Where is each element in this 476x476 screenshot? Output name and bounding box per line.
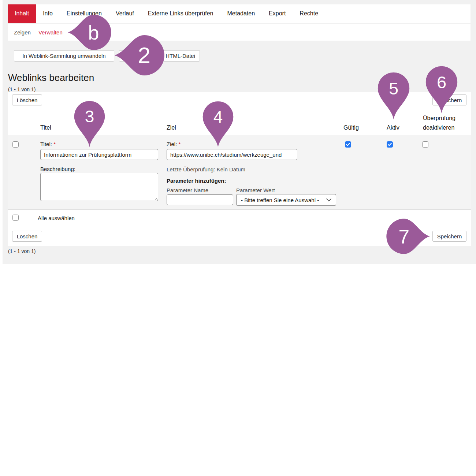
subtab-zeigen[interactable]: Zeigen — [14, 29, 31, 36]
tab-info[interactable]: Info — [36, 4, 60, 23]
select-all-checkbox[interactable] — [12, 215, 19, 221]
tab-export[interactable]: Export — [262, 4, 293, 23]
target-label: Ziel: * — [167, 141, 181, 147]
parameter-name-label: Parameter Name — [167, 187, 208, 193]
title-label-text: Titel: — [40, 141, 52, 147]
delete-button-top[interactable]: Löschen — [12, 94, 42, 105]
select-value: - Bitte treffen Sie eine Auswahl - — [241, 197, 319, 203]
row-divider — [8, 209, 471, 210]
parameter-value-label: Parameter Wert — [236, 187, 275, 193]
screen: Inhalt Info Einstellungen Verlauf Extern… — [0, 0, 476, 476]
save-button-top[interactable]: Speichern — [432, 94, 466, 105]
chevron-down-icon — [326, 198, 331, 201]
column-header-ziel: Ziel — [167, 123, 176, 133]
checkmark-icon — [346, 143, 350, 146]
column-header-titel: Titel — [40, 123, 51, 133]
tab-verlauf[interactable]: Verlauf — [109, 4, 141, 23]
title-input[interactable] — [40, 149, 158, 160]
title-label: Titel: * — [40, 141, 56, 147]
column-header-line1: Überprüfung — [423, 114, 455, 123]
item-count-top: (1 - 1 von 1) — [8, 86, 36, 92]
delete-button-bottom[interactable]: Löschen — [12, 231, 42, 242]
target-label-text: Ziel: — [167, 141, 177, 147]
page-title: Weblinks bearbeiten — [8, 72, 94, 83]
export-html-button[interactable]: s HTML-Datei — [119, 50, 200, 62]
select-all-label: Alle auswählen — [38, 215, 75, 221]
weblinks-table: Löschen Speichern Titel Ziel Gültig Akti… — [8, 92, 471, 246]
row-select-checkbox[interactable] — [12, 141, 19, 148]
required-asterisk: * — [179, 141, 181, 147]
last-check-status: Letzte Überprüfung: Kein Datum — [167, 166, 245, 172]
checkmark-icon — [388, 143, 392, 146]
description-label: Beschreibung: — [40, 166, 75, 172]
column-header-ueberpruefung-deaktivieren: Überprüfung deaktivieren — [423, 114, 455, 133]
column-header-aktiv: Aktiv — [387, 123, 399, 133]
tab-einstellungen[interactable]: Einstellungen — [60, 4, 109, 23]
parameter-name-input[interactable] — [167, 194, 233, 205]
active-checkbox[interactable] — [387, 141, 393, 148]
disable-check-checkbox[interactable] — [422, 141, 428, 148]
column-header-gueltig: Gültig — [343, 123, 359, 133]
parameter-value-select[interactable]: - Bitte treffen Sie eine Auswahl - — [236, 194, 336, 206]
description-textarea[interactable] — [40, 173, 158, 201]
required-asterisk: * — [53, 141, 56, 147]
sub-tab-bar: Zeigen Verwalten — [8, 24, 471, 41]
add-parameter-label: Parameter hinzufügen: — [167, 178, 226, 184]
main-tab-bar: Inhalt Info Einstellungen Verlauf Extern… — [8, 4, 471, 23]
convert-to-collection-button[interactable]: In Weblink-Sammlung umwandeln — [14, 50, 114, 62]
tab-externe-links-ueberpruefen[interactable]: Externe Links überprüfen — [141, 4, 220, 23]
column-header-line2: deaktivieren — [423, 123, 455, 133]
subtab-verwalten[interactable]: Verwalten — [38, 29, 63, 36]
target-input[interactable] — [167, 149, 297, 160]
tab-inhalt[interactable]: Inhalt — [8, 4, 36, 23]
valid-checkbox[interactable] — [345, 141, 351, 148]
item-count-bottom: (1 - 1 von 1) — [8, 248, 36, 254]
save-button-bottom[interactable]: Speichern — [432, 231, 466, 242]
tab-rechte[interactable]: Rechte — [293, 4, 325, 23]
tab-metadaten[interactable]: Metadaten — [220, 4, 262, 23]
